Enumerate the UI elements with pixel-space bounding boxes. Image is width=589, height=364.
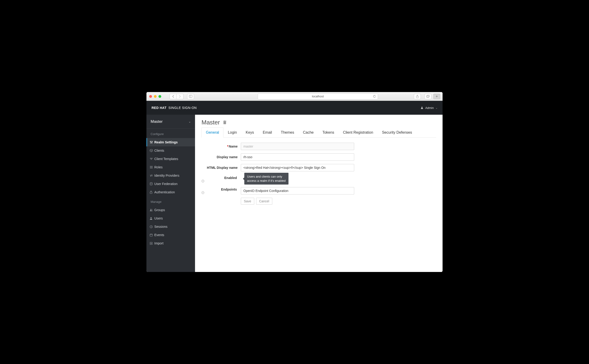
svg-rect-29 bbox=[224, 120, 225, 121]
sidebar-toggle-button[interactable] bbox=[187, 94, 194, 99]
svg-point-10 bbox=[150, 141, 151, 142]
realm-name: Master bbox=[151, 119, 163, 124]
field-name: *Name bbox=[202, 143, 391, 150]
window-close-button[interactable] bbox=[149, 95, 152, 98]
sidebar-item-users[interactable]: Users bbox=[146, 214, 195, 222]
cube-icon bbox=[150, 149, 153, 152]
import-icon bbox=[150, 242, 153, 245]
svg-rect-22 bbox=[150, 234, 152, 236]
input-display-name[interactable] bbox=[241, 153, 354, 161]
cancel-button[interactable]: Cancel bbox=[256, 198, 272, 205]
sidebar-item-import[interactable]: Import bbox=[146, 239, 195, 247]
tabs: General Login Keys Email Themes Cache To… bbox=[202, 127, 436, 138]
tab-cache[interactable]: Cache bbox=[298, 127, 318, 138]
tab-tokens[interactable]: Tokens bbox=[318, 127, 339, 138]
sidebar-item-clients[interactable]: Clients bbox=[146, 146, 195, 155]
group-icon bbox=[150, 208, 153, 211]
titlebar-right-buttons: + bbox=[412, 94, 440, 99]
sidebar-item-identity-providers[interactable]: Identity Providers bbox=[146, 171, 195, 180]
realm-selector[interactable]: Master ⌄ bbox=[146, 115, 195, 129]
database-icon bbox=[150, 182, 153, 185]
reload-icon[interactable] bbox=[373, 95, 376, 98]
cubes-icon bbox=[150, 157, 153, 161]
realm-settings-form: *Name Display name HTML Display name bbox=[202, 143, 391, 205]
browser-titlebar: localhost + bbox=[146, 92, 443, 101]
save-button[interactable]: Save bbox=[241, 198, 254, 205]
tab-themes[interactable]: Themes bbox=[276, 127, 299, 138]
help-icon[interactable]: ? bbox=[202, 191, 238, 194]
tab-security-defenses[interactable]: Security Defenses bbox=[378, 127, 416, 138]
input-name[interactable] bbox=[241, 143, 354, 150]
svg-point-12 bbox=[152, 142, 153, 142]
sidebar-section-title: Manage bbox=[146, 196, 195, 206]
app-root: RED HAT SINGLE SIGN-ON Admin ⌄ Master ⌄ … bbox=[146, 101, 443, 272]
tab-client-registration[interactable]: Client Registration bbox=[339, 127, 378, 138]
svg-rect-0 bbox=[189, 95, 192, 98]
sidebar-section-title: Configure bbox=[146, 129, 195, 138]
endpoints-link[interactable]: OpenID Endpoint Configuration bbox=[241, 187, 354, 195]
user-icon bbox=[150, 217, 153, 220]
exchange-icon bbox=[150, 174, 153, 177]
sidebar-item-label: User Federation bbox=[154, 182, 177, 186]
sidebar-item-user-federation[interactable]: User Federation bbox=[146, 180, 195, 188]
trash-icon[interactable] bbox=[223, 120, 227, 124]
clock-icon bbox=[150, 225, 153, 228]
share-button[interactable] bbox=[414, 94, 421, 99]
label-endpoints: Endpoints ? bbox=[202, 188, 241, 194]
sidebar-item-authentication[interactable]: Authentication bbox=[146, 188, 195, 196]
tooltip: Users and clients can only access a real… bbox=[244, 173, 288, 185]
app-body: Master ⌄ Configure Realm Settings Client… bbox=[146, 115, 443, 272]
sidebar-item-label: Clients bbox=[154, 149, 164, 152]
brand-prefix: RED HAT bbox=[151, 106, 167, 110]
back-button[interactable] bbox=[170, 94, 177, 99]
main-content: Master General Login Keys Email Themes C… bbox=[195, 115, 443, 272]
svg-rect-4 bbox=[427, 96, 429, 97]
form-buttons: Save Cancel bbox=[241, 198, 391, 205]
sidebar-item-label: Authentication bbox=[154, 190, 175, 194]
tab-general[interactable]: General bbox=[202, 127, 223, 138]
browser-window: localhost + RED HAT SINGLE SIGN-ON bbox=[146, 92, 443, 272]
user-menu[interactable]: Admin ⌄ bbox=[421, 106, 438, 110]
list-icon bbox=[150, 166, 153, 169]
input-html-display-name[interactable] bbox=[241, 164, 354, 171]
field-endpoints: Endpoints ? OpenID Endpoint Configuratio… bbox=[202, 187, 391, 195]
svg-point-6 bbox=[421, 107, 423, 108]
required-marker: * bbox=[227, 144, 228, 148]
label-enabled: Enabled ? bbox=[202, 176, 241, 182]
svg-rect-27 bbox=[223, 121, 226, 124]
page-title: Master bbox=[202, 119, 436, 126]
field-enabled: Enabled ? Users and clients can only acc… bbox=[202, 175, 391, 184]
sidebar-item-label: Sessions bbox=[154, 225, 168, 228]
tab-login[interactable]: Login bbox=[223, 127, 241, 138]
sidebar-item-label: Users bbox=[154, 216, 163, 220]
sidebar-item-label: Events bbox=[154, 233, 164, 237]
label-name: *Name bbox=[202, 144, 241, 148]
window-zoom-button[interactable] bbox=[158, 95, 161, 98]
forward-button[interactable] bbox=[177, 94, 183, 99]
new-tab-button[interactable]: + bbox=[433, 94, 440, 99]
sidebar-item-roles[interactable]: Roles bbox=[146, 163, 195, 171]
address-bar[interactable]: localhost bbox=[258, 93, 378, 99]
sidebar-item-label: Roles bbox=[154, 165, 163, 169]
sliders-icon bbox=[150, 141, 153, 144]
address-text: localhost bbox=[312, 95, 324, 98]
sidebar-item-client-templates[interactable]: Client Templates bbox=[146, 155, 195, 163]
window-minimize-button[interactable] bbox=[154, 95, 157, 98]
sidebar-item-events[interactable]: Events bbox=[146, 231, 195, 239]
sidebar-item-realm-settings[interactable]: Realm Settings bbox=[146, 138, 195, 146]
label-display-name: Display name bbox=[202, 155, 241, 159]
sidebar-item-sessions[interactable]: Sessions bbox=[146, 222, 195, 231]
svg-point-20 bbox=[151, 217, 152, 218]
help-icon[interactable]: ? bbox=[202, 180, 238, 182]
sidebar-item-label: Import bbox=[154, 241, 164, 245]
sidebar-item-groups[interactable]: Groups bbox=[146, 206, 195, 214]
tabs-overview-button[interactable] bbox=[425, 94, 432, 99]
tab-keys[interactable]: Keys bbox=[241, 127, 258, 138]
chevron-down-icon: ⌄ bbox=[436, 107, 438, 109]
page-title-text: Master bbox=[202, 119, 220, 126]
sidebar-item-label: Realm Settings bbox=[154, 140, 178, 144]
sidebar-item-label: Client Templates bbox=[154, 157, 178, 161]
tab-email[interactable]: Email bbox=[258, 127, 276, 138]
user-icon bbox=[421, 106, 423, 109]
svg-rect-5 bbox=[427, 95, 429, 97]
